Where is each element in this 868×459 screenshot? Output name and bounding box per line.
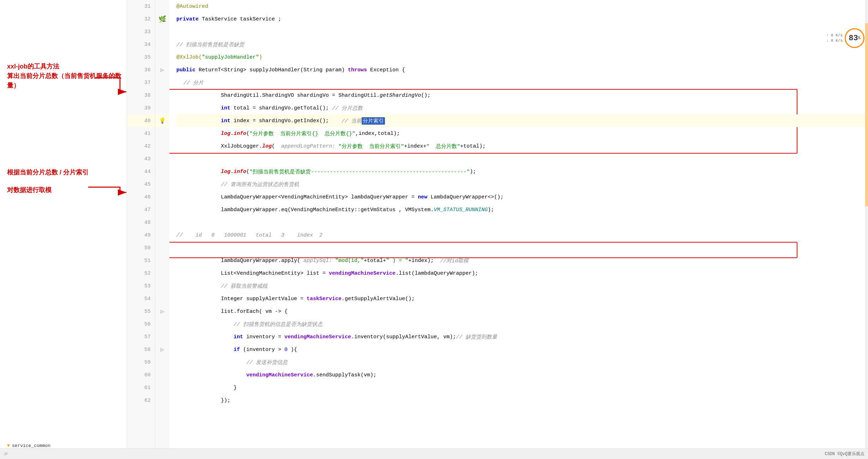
code-44-log: log <box>221 169 230 175</box>
leaf-icon-32: 🌿 <box>158 15 166 23</box>
code-51-plus2: +index); <box>408 258 440 264</box>
code-37-comment: // 分片 <box>183 79 204 86</box>
code-31-annotation: @Autowired <box>176 4 208 10</box>
code-38-rest: (); <box>421 93 430 99</box>
line-num-48: 48 <box>127 216 155 229</box>
upload-speed: ↑ 0 K/s <box>826 33 843 38</box>
code-area: 31 32 33 34 35 36 37 38 39 40 41 42 43 4… <box>127 0 868 459</box>
line-num-62: 62 <box>127 394 155 407</box>
code-line-43 <box>176 153 868 165</box>
code-line-61: } <box>176 381 868 394</box>
line-num-42: 42 <box>127 140 155 153</box>
code-46-new: new <box>418 194 430 200</box>
code-42-class: XxlJobLogger. <box>221 143 262 149</box>
gutter-43 <box>155 153 169 165</box>
code-35-ann: @XxlJob( <box>176 54 202 60</box>
code-39-int: int <box>221 105 234 111</box>
code-35-ann2: ) <box>259 54 262 60</box>
annotation-top: xxl-job的工具方法 算出当前分片总数（当前售货机服务的数量） <box>7 62 127 90</box>
gutter-56 <box>155 318 169 330</box>
line-num-35: 35 <box>127 51 155 64</box>
code-42-param: appendLogPattern: <box>281 143 338 149</box>
line-numbers: 31 32 33 34 35 36 37 38 39 40 41 42 43 4… <box>127 0 155 459</box>
code-39-comment: // 分片总数 <box>332 105 363 112</box>
gutter-34 <box>155 38 169 51</box>
gutter-35 <box>155 51 169 64</box>
percent-sign: % <box>858 36 861 41</box>
code-44-dot: . <box>230 169 234 175</box>
main-container: xxl-job的工具方法 算出当前分片总数（当前售货机服务的数量） 根据当前分片… <box>0 0 868 459</box>
line-num-37: 37 <box>127 76 155 89</box>
gutter-55: ▷ <box>155 305 169 318</box>
code-line-31: @Autowired <box>176 0 868 13</box>
fold-arrow-55[interactable]: ▷ <box>161 308 164 315</box>
code-44-str: "扫描当前售货机是否缺货----------------------------… <box>249 168 470 175</box>
code-38-method: getShardingVo <box>380 93 421 99</box>
code-62-brace: }); <box>221 398 230 404</box>
code-53-comment: // 获取当前警戒线 <box>221 283 267 290</box>
code-line-60: vendingMachineService.sendSupplyTask(vm)… <box>176 369 868 381</box>
annotation-text-line1: xxl-job的工具方法 <box>7 62 127 71</box>
code-line-35: @XxlJob("supplyJobHandler") <box>176 51 868 64</box>
line-num-41: 41 <box>127 127 155 140</box>
code-line-41: log.info("分片参数 当前分片索引{} 总分片数{}",index,to… <box>176 127 868 140</box>
right-scrollbar[interactable] <box>865 0 868 459</box>
code-57-service: vendingMachineService <box>284 334 351 340</box>
annotation-bottom1: 根据当前分片总数 / 分片索引 <box>7 168 89 177</box>
code-57-rest: .inventory(supplyAlertValue, vm); <box>351 334 456 340</box>
code-line-53: // 获取当前警戒线 <box>176 280 868 292</box>
line-num-40: 40 <box>127 114 155 127</box>
code-40-int: int <box>221 118 234 124</box>
gutter-61 <box>155 381 169 394</box>
code-line-52: List<VendingMachineEntity> list = vendin… <box>176 267 868 280</box>
code-line-47: lambdaQueryWrapper.eq(VendingMachineEnti… <box>176 203 868 216</box>
left-panel: xxl-job的工具方法 算出当前分片总数（当前售货机服务的数量） 根据当前分片… <box>0 0 127 459</box>
gutter-54 <box>155 292 169 305</box>
file-name: service_common <box>12 443 50 448</box>
fold-arrow-58[interactable]: ▷ <box>161 346 164 353</box>
line-num-50: 50 <box>127 242 155 254</box>
line-num-34: 34 <box>127 38 155 51</box>
gutter-52 <box>155 267 169 280</box>
code-46-new2: LambdaQueryWrapper<>(); <box>430 194 504 200</box>
code-38-class: ShardingUtil.ShardingVO shardingVo = Sha… <box>221 93 380 99</box>
line-num-31: 31 <box>127 0 155 13</box>
perf-circle: 83% <box>845 28 864 48</box>
line-num-54: 54 <box>127 292 155 305</box>
code-60-rest: .sendSupplyTask(vm); <box>313 372 376 378</box>
gutter-36: ▷ <box>155 64 169 76</box>
code-42-plus1: +index+ <box>404 143 426 149</box>
line-num-51: 51 <box>127 254 155 267</box>
code-51-plus1: +total+ <box>364 258 386 264</box>
fold-arrow-36[interactable]: ▷ <box>161 66 164 73</box>
gutter-38 <box>155 89 169 102</box>
annotation-text-b2: 对数据进行取模 <box>7 185 52 195</box>
code-32-type: TaskService <box>202 16 240 22</box>
bottom-left-text: JF <box>4 452 8 456</box>
code-line-45: // 查询所有为运营状态的售货机 <box>176 178 868 191</box>
line-num-45: 45 <box>127 178 155 191</box>
gutter-47 <box>155 203 169 216</box>
gutter-31 <box>155 0 169 13</box>
code-line-38: ShardingUtil.ShardingVO shardingVo = Sha… <box>176 89 868 102</box>
annotation-text-line2: 算出当前分片总数（当前售货机服务的数量） <box>7 71 127 90</box>
code-58-brace: ){ <box>288 347 297 353</box>
line-num-43: 43 <box>127 153 155 165</box>
line-num-60: 60 <box>127 369 155 381</box>
perf-percent: 83 <box>849 34 858 43</box>
line-num-38: 38 <box>127 89 155 102</box>
perf-widget: ↑ 0 K/s ↓ 0 K/s 83% <box>826 28 864 48</box>
code-54-task: taskService <box>307 296 342 302</box>
code-line-44: log.info("扫描当前售货机是否缺货-------------------… <box>176 165 868 178</box>
line-num-44: 44 <box>127 165 155 178</box>
code-line-32: private TaskService taskService ; <box>176 13 868 25</box>
gutter-58: ▷ <box>155 343 169 356</box>
code-44-paren: ( <box>246 169 249 175</box>
bottom-file-tree: ▼ service_common <box>7 443 50 448</box>
gutter-62 <box>155 394 169 407</box>
code-51-str2: " ) = " <box>386 258 408 264</box>
code-41-log: log <box>221 131 230 137</box>
code-58-zero: 0 <box>284 347 288 353</box>
code-51-str: "mod(id," <box>335 258 364 264</box>
line-num-59: 59 <box>127 356 155 369</box>
